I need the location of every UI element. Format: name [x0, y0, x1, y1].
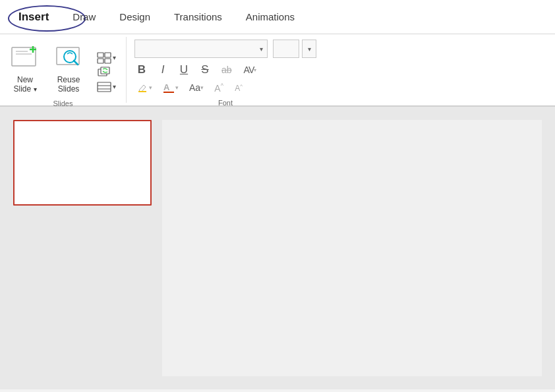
- case-dropdown: ▾: [200, 84, 204, 91]
- svg-rect-13: [101, 67, 109, 74]
- reuse-slides-icon: [53, 42, 84, 74]
- slides-group-inner: New Slide ▾: [5, 40, 121, 97]
- ribbon: New Slide ▾: [0, 34, 555, 107]
- decrease-font-size-button[interactable]: A^: [231, 82, 246, 94]
- character-spacing-button[interactable]: AV ▾: [241, 63, 259, 76]
- tab-bar: Insert Draw Design Transitions Animation…: [0, 0, 555, 34]
- font-group: ▾ ▾ B I U S ab AV ▾: [127, 37, 324, 103]
- tab-transitions[interactable]: Transitions: [162, 2, 234, 32]
- aa-label: Aa: [189, 82, 200, 93]
- font-color-dropdown: ▾: [175, 84, 179, 91]
- bold-button[interactable]: B: [134, 62, 149, 78]
- font-tools-row: B I U S ab AV ▾: [134, 62, 316, 78]
- section-dropdown-arrow: ▾: [113, 83, 116, 90]
- font-color-button[interactable]: A ▾: [160, 80, 181, 95]
- italic-button[interactable]: I: [156, 62, 170, 78]
- font-group-label: Font: [134, 99, 316, 107]
- av-label: AV: [244, 65, 254, 75]
- svg-rect-14: [98, 82, 111, 92]
- tab-design[interactable]: Design: [107, 2, 162, 32]
- word-strikethrough-button[interactable]: ab: [219, 63, 235, 76]
- font-family-value: [139, 44, 141, 53]
- font-selector-row: ▾ ▾: [134, 40, 316, 58]
- tab-draw[interactable]: Draw: [61, 2, 107, 32]
- new-slide-icon: [9, 42, 41, 74]
- svg-rect-8: [98, 53, 103, 57]
- slides-group: New Slide ▾: [0, 37, 127, 103]
- new-slide-label: New Slide ▾: [13, 75, 36, 94]
- underline-button[interactable]: U: [177, 62, 191, 78]
- font-size-dropdown-button[interactable]: ▾: [302, 40, 316, 58]
- reuse-slides-label: Reuse Slides: [57, 75, 80, 94]
- new-slide-button[interactable]: New Slide ▾: [5, 40, 45, 97]
- av-dropdown-arrow: ▾: [254, 67, 256, 73]
- slide-main-area[interactable]: [162, 120, 542, 376]
- canvas-area: [0, 107, 555, 389]
- increase-font-size-button[interactable]: A^: [212, 81, 226, 95]
- tab-animations[interactable]: Animations: [234, 2, 307, 32]
- svg-rect-10: [98, 59, 103, 63]
- duplicate-slide-button[interactable]: [95, 65, 118, 80]
- svg-line-7: [74, 61, 78, 65]
- font-tools-row2: ▾ A ▾ Aa ▾ A^ A^: [134, 80, 316, 95]
- font-family-dropdown[interactable]: ▾: [134, 40, 268, 58]
- highlight-dropdown: ▾: [149, 84, 152, 91]
- slides-group-label: Slides: [53, 99, 73, 107]
- font-dropdown-arrow: ▾: [260, 45, 263, 53]
- section-layout-button[interactable]: ▾: [95, 80, 118, 94]
- tab-insert[interactable]: Insert: [7, 1, 61, 33]
- change-case-button[interactable]: Aa ▾: [187, 81, 206, 94]
- svg-rect-9: [105, 53, 111, 57]
- highlight-color-button[interactable]: ▾: [134, 81, 155, 94]
- font-size-arrow: ▾: [308, 45, 311, 53]
- svg-text:A: A: [163, 82, 170, 92]
- layout-dropdown-arrow: ▾: [113, 54, 116, 61]
- reuse-slides-button[interactable]: Reuse Slides: [49, 40, 88, 97]
- slide-thumbnail: [13, 120, 152, 206]
- layout-selector-button[interactable]: ▾: [95, 51, 118, 65]
- layout-icons: ▾: [92, 48, 121, 97]
- font-size-box[interactable]: [273, 40, 299, 58]
- strikethrough-button[interactable]: S: [198, 62, 212, 78]
- svg-rect-11: [105, 59, 111, 63]
